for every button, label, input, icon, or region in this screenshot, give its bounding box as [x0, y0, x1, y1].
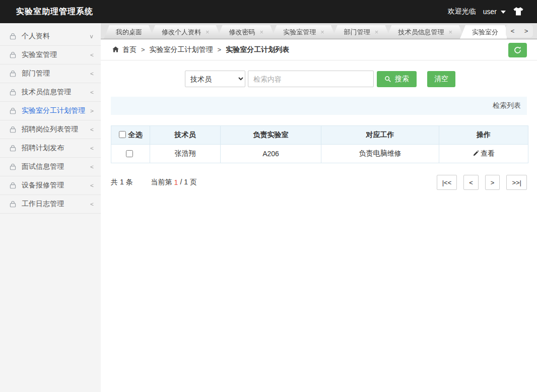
tab-label: 技术员信息管理 — [398, 28, 444, 37]
breadcrumb-item-module[interactable]: 实验室分工计划管理 — [150, 45, 213, 54]
sidebar-item-personal-info[interactable]: 个人资料 ∨ — [0, 27, 101, 46]
total-count: 共 1 条 — [111, 178, 133, 187]
briefcase-icon — [9, 163, 17, 171]
tab-my-desktop[interactable]: 我的桌面 — [104, 25, 154, 39]
tab-label: 实验室分 — [472, 28, 498, 37]
app-header: 实验室助理管理系统 欢迎光临 user — [0, 0, 537, 23]
sidebar-item-work-log[interactable]: 工作日志管理 < — [0, 195, 101, 214]
tab-edit-profile[interactable]: 修改个人资料 × — [150, 25, 222, 39]
chevron-left-icon: < — [90, 126, 94, 133]
briefcase-icon — [9, 107, 17, 115]
briefcase-icon — [9, 182, 17, 189]
current-page-number: 1 — [174, 178, 178, 186]
tab-scroll-buttons: < > — [506, 25, 533, 37]
row-checkbox[interactable] — [126, 150, 133, 157]
tab-label: 实验室管理 — [283, 28, 316, 37]
tab-scroll-right-icon[interactable]: > — [522, 27, 530, 35]
search-field-select[interactable]: 技术员 — [185, 71, 245, 87]
search-button-label: 搜索 — [395, 75, 409, 84]
search-input[interactable] — [248, 71, 374, 87]
next-page-button[interactable]: > — [485, 175, 500, 190]
tab-scroll-left-icon[interactable]: < — [509, 27, 517, 35]
tab-lab-division-active[interactable]: 实验室分 — [460, 25, 507, 39]
header-right: 欢迎光临 user — [448, 6, 524, 17]
tab-change-password[interactable]: 修改密码 × — [217, 25, 276, 39]
breadcrumb-item-current: 实验室分工计划列表 — [226, 45, 289, 54]
view-link-label: 查看 — [481, 149, 495, 158]
first-page-button[interactable]: |<< — [437, 175, 457, 190]
briefcase-icon — [9, 70, 17, 78]
sidebar-item-lab-management[interactable]: 实验室管理 < — [0, 46, 101, 64]
select-all-checkbox[interactable] — [119, 131, 126, 138]
sidebar-item-department-management[interactable]: 部门管理 < — [0, 64, 101, 83]
tab-bar: 我的桌面 修改个人资料 × 修改密码 × 实验室管理 × 部门管理 × 技术员信… — [101, 23, 537, 39]
chevron-left-icon: < — [90, 201, 94, 208]
theme-tshirt-icon[interactable] — [513, 6, 524, 17]
caret-down-icon — [501, 11, 506, 14]
tab-lab-management[interactable]: 实验室管理 × — [271, 25, 337, 39]
close-icon[interactable]: × — [448, 28, 452, 36]
row-actions: 查看 — [439, 145, 528, 163]
current-page-prefix: 当前第 — [151, 178, 172, 187]
list-header-label: 检索列表 — [493, 101, 521, 110]
row-work: 负责电脑维修 — [321, 145, 439, 163]
plan-table: 全选 技术员 负责实验室 对应工作 操作 张浩翔 A206 负责电脑维修 — [111, 125, 528, 163]
table-header-row: 全选 技术员 负责实验室 对应工作 操作 — [111, 126, 528, 145]
chevron-right-icon: > — [90, 108, 94, 114]
app-title: 实验室助理管理系统 — [16, 7, 93, 17]
sidebar-item-label: 设备报修管理 — [22, 181, 64, 190]
select-all-header: 全选 — [111, 126, 150, 145]
sidebar-item-recruit-post-list[interactable]: 招聘岗位列表管理 < — [0, 120, 101, 139]
sidebar-item-label: 个人资料 — [22, 32, 50, 41]
refresh-button[interactable] — [508, 43, 527, 57]
chevron-left-icon: < — [90, 145, 94, 152]
clear-button[interactable]: 清空 — [427, 71, 455, 87]
breadcrumb-home[interactable]: 首页 — [112, 45, 137, 54]
tab-label: 修改密码 — [229, 28, 255, 37]
close-icon[interactable]: × — [260, 28, 264, 36]
sidebar-item-label: 技术员信息管理 — [22, 88, 71, 97]
list-header-bar: 检索列表 — [111, 97, 527, 115]
sidebar-item-label: 面试信息管理 — [22, 162, 64, 171]
briefcase-icon — [9, 145, 17, 152]
sidebar-item-technician-info[interactable]: 技术员信息管理 < — [0, 83, 101, 102]
user-name: user — [483, 8, 497, 16]
briefcase-icon — [9, 51, 17, 59]
tab-technician-info[interactable]: 技术员信息管理 × — [386, 25, 464, 39]
breadcrumb-separator: > — [141, 46, 145, 53]
sidebar-item-label: 部门管理 — [22, 69, 50, 78]
user-dropdown[interactable]: user — [483, 8, 506, 16]
table-row: 张浩翔 A206 负责电脑维修 查看 — [111, 145, 528, 163]
sidebar-item-equipment-repair[interactable]: 设备报修管理 < — [0, 176, 101, 195]
tab-label: 我的桌面 — [116, 28, 142, 37]
row-select-cell — [111, 145, 150, 163]
briefcase-icon — [9, 126, 17, 134]
home-icon — [112, 46, 119, 53]
chevron-down-icon: ∨ — [89, 33, 94, 40]
refresh-icon — [513, 46, 522, 54]
briefcase-icon — [9, 201, 17, 208]
sidebar-item-label: 工作日志管理 — [22, 200, 64, 209]
breadcrumb: 首页 > 实验室分工计划管理 > 实验室分工计划列表 — [101, 39, 537, 60]
column-header-lab: 负责实验室 — [221, 126, 321, 145]
view-link[interactable]: 查看 — [473, 149, 495, 158]
search-button[interactable]: 搜索 — [377, 71, 417, 87]
close-icon[interactable]: × — [206, 28, 210, 36]
breadcrumb-separator: > — [218, 46, 222, 53]
prev-page-button[interactable]: < — [463, 175, 479, 190]
close-icon[interactable]: × — [320, 28, 324, 36]
sidebar-item-interview-info[interactable]: 面试信息管理 < — [0, 158, 101, 176]
close-icon[interactable]: × — [375, 28, 379, 36]
briefcase-icon — [9, 33, 17, 40]
last-page-button[interactable]: >>| — [506, 175, 527, 190]
pager-buttons: |<< < > >>| — [437, 175, 527, 190]
column-header-actions: 操作 — [439, 126, 528, 145]
sidebar: 个人资料 ∨ 实验室管理 < 部门管理 < 技术员信息管理 < 实验室分工计划管… — [0, 23, 101, 392]
clear-button-label: 清空 — [434, 75, 448, 84]
breadcrumb-home-label: 首页 — [122, 45, 137, 54]
tab-department-management[interactable]: 部门管理 × — [332, 25, 391, 39]
sidebar-item-lab-division-plan[interactable]: 实验室分工计划管理 > — [0, 102, 101, 120]
pencil-icon — [473, 150, 479, 157]
sidebar-item-recruit-plan-publish[interactable]: 招聘计划发布 < — [0, 139, 101, 158]
sidebar-item-label: 招聘计划发布 — [22, 144, 64, 153]
